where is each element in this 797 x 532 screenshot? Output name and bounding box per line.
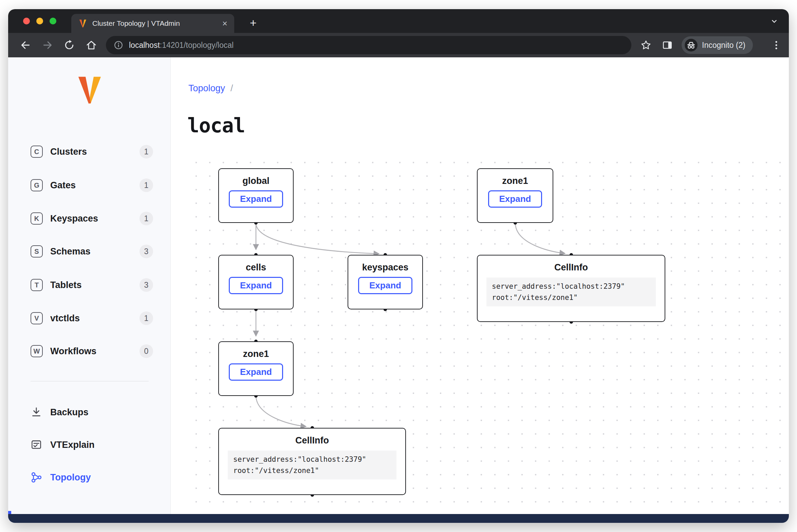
vtctlds-count-badge: 1 xyxy=(140,311,153,325)
chevron-down-icon[interactable] xyxy=(769,16,779,26)
expand-button-keyspaces[interactable]: Expand xyxy=(358,277,412,294)
topology-node-zone1-top: zone1 Expand xyxy=(477,168,553,223)
sidebar-item-vtexplain[interactable]: VTExplain xyxy=(8,433,170,457)
sidebar: C Clusters 1 G Gates 1 K Keyspaces 1 S S… xyxy=(8,57,171,514)
back-icon[interactable] xyxy=(20,39,31,51)
node-title: zone1 xyxy=(478,176,553,186)
expand-button-zone1-bottom[interactable]: Expand xyxy=(229,363,283,381)
tab-strip: Cluster Topology | VTAdmin × + xyxy=(8,9,789,33)
node-title: keyspaces xyxy=(348,262,422,273)
sidebar-item-vtctlds[interactable]: V vtctlds 1 xyxy=(8,306,170,330)
vitess-logo xyxy=(74,74,105,106)
expand-button-cells[interactable]: Expand xyxy=(229,277,283,294)
window-controls xyxy=(23,18,56,24)
sidebar-item-workflows[interactable]: W Workflows 0 xyxy=(8,339,170,363)
vtctlds-icon: V xyxy=(31,312,43,324)
incognito-icon xyxy=(684,38,698,52)
backups-download-icon xyxy=(30,406,43,419)
tab-close-icon[interactable]: × xyxy=(222,19,227,28)
side-panel-icon[interactable] xyxy=(662,39,673,51)
url-text: localhost:14201/topology/local xyxy=(129,41,234,50)
tablets-icon: T xyxy=(31,279,43,291)
sidebar-divider xyxy=(31,381,149,381)
topology-node-cellinfo-bottom: CellInfo server_address:"localhost:2379"… xyxy=(218,428,406,495)
site-info-icon[interactable] xyxy=(113,40,124,50)
breadcrumb: Topology/ xyxy=(188,83,233,94)
browser-window: Cluster Topology | VTAdmin × + xyxy=(8,9,789,523)
home-icon[interactable] xyxy=(86,39,97,51)
workflows-count-badge: 0 xyxy=(140,344,153,358)
workflows-icon: W xyxy=(31,345,43,357)
topology-node-cellinfo-right: CellInfo server_address:"localhost:2379"… xyxy=(477,255,665,322)
cellinfo-code-block: server_address:"localhost:2379" root:"/v… xyxy=(486,278,656,306)
page-content: C Clusters 1 G Gates 1 K Keyspaces 1 S S… xyxy=(8,57,789,523)
url-path: :14201/topology/local xyxy=(160,41,234,50)
incognito-label: Incognito (2) xyxy=(702,41,745,50)
url-bar[interactable]: localhost:14201/topology/local xyxy=(106,36,631,54)
topology-node-global: global Expand xyxy=(218,168,294,223)
main-area: Topology/ local xyxy=(170,57,789,514)
node-title: cells xyxy=(219,262,293,273)
bookmark-star-icon[interactable] xyxy=(640,39,652,51)
sidebar-item-backups[interactable]: Backups xyxy=(8,400,170,424)
sidebar-item-tablets[interactable]: T Tablets 3 xyxy=(8,273,170,297)
gates-count-badge: 1 xyxy=(140,178,153,192)
screen: Cluster Topology | VTAdmin × + xyxy=(0,0,797,532)
node-title: zone1 xyxy=(219,349,293,359)
tab-title: Cluster Topology | VTAdmin xyxy=(92,19,219,27)
sidebar-item-schemas[interactable]: S Schemas 3 xyxy=(8,239,170,264)
incognito-badge[interactable]: Incognito (2) xyxy=(682,36,753,54)
sidebar-item-gates[interactable]: G Gates 1 xyxy=(8,173,170,197)
node-title: CellInfo xyxy=(219,435,405,446)
breadcrumb-topology-link[interactable]: Topology xyxy=(188,83,225,93)
url-domain: localhost xyxy=(129,41,160,50)
schemas-icon: S xyxy=(31,245,43,258)
vtexplain-icon xyxy=(30,438,43,451)
browser-tab[interactable]: Cluster Topology | VTAdmin × xyxy=(71,14,234,33)
clusters-icon: C xyxy=(31,146,43,158)
keyspaces-count-badge: 1 xyxy=(140,212,153,225)
maximize-window-button[interactable] xyxy=(50,18,56,24)
node-title: CellInfo xyxy=(478,262,665,273)
keyspaces-icon: K xyxy=(31,212,43,225)
expand-button-zone1-top[interactable]: Expand xyxy=(488,190,542,208)
gates-icon: G xyxy=(31,179,43,191)
sidebar-item-keyspaces[interactable]: K Keyspaces 1 xyxy=(8,206,170,231)
reload-icon[interactable] xyxy=(63,39,75,51)
page-title: local xyxy=(187,114,245,137)
topology-node-zone1-bottom: zone1 Expand xyxy=(218,341,294,396)
cellinfo-code-block: server_address:"localhost:2379" root:"/v… xyxy=(228,451,396,479)
schemas-count-badge: 3 xyxy=(140,245,153,258)
sidebar-item-topology[interactable]: Topology xyxy=(8,465,170,490)
tablets-count-badge: 3 xyxy=(140,278,153,292)
topology-node-keyspaces: keyspaces Expand xyxy=(348,255,423,309)
clusters-count-badge: 1 xyxy=(140,145,153,158)
forward-icon[interactable] xyxy=(42,39,53,51)
sidebar-item-clusters[interactable]: C Clusters 1 xyxy=(8,139,170,164)
menu-kebab-icon[interactable] xyxy=(771,39,782,51)
topology-node-cells: cells Expand xyxy=(218,255,294,309)
new-tab-button[interactable]: + xyxy=(246,15,261,30)
expand-button-global[interactable]: Expand xyxy=(229,190,283,208)
close-window-button[interactable] xyxy=(23,18,30,24)
window-footer-bar xyxy=(8,514,789,523)
topology-graph-icon xyxy=(30,471,43,484)
browser-toolbar: localhost:14201/topology/local Incognito… xyxy=(8,33,789,57)
node-title: global xyxy=(219,176,293,186)
breadcrumb-separator: / xyxy=(230,83,233,93)
vitess-favicon-icon xyxy=(78,19,88,28)
minimize-window-button[interactable] xyxy=(36,18,43,24)
